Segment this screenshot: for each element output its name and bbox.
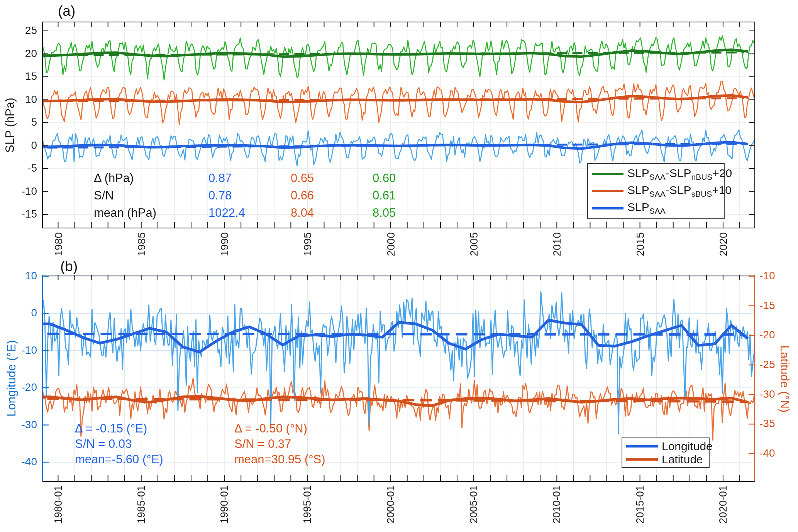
chart-canvas — [0, 0, 798, 532]
figure: (a) (b) SLP (hPa) Longitude (°E) Latitud… — [0, 0, 798, 532]
